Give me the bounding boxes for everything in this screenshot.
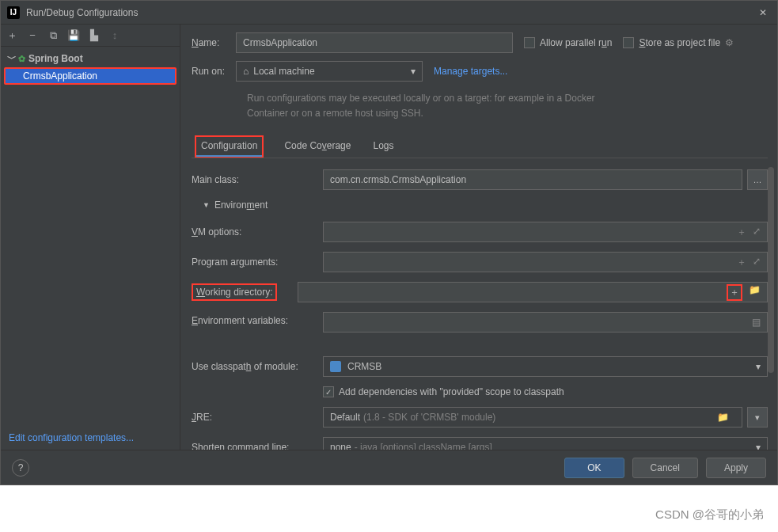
classpath-label: Use classpath of module: <box>192 361 323 372</box>
remove-icon[interactable]: − <box>26 29 39 42</box>
chevron-down-icon: ▾ <box>756 442 761 450</box>
folder-icon[interactable]: ▙ <box>88 29 101 42</box>
vm-options-input[interactable]: ＋⤢ <box>323 222 768 242</box>
plus-icon[interactable]: ＋ <box>737 226 746 239</box>
sidebar: ＋ − ⧉ 💾 ▙ ↕ ﹀ ✿ Spring Boot CrmsbApplica… <box>1 25 180 450</box>
main-panel: Name: Allow parallel run Store as projec… <box>180 25 777 450</box>
jre-dropdown-button[interactable]: ▾ <box>747 407 768 428</box>
cancel-button[interactable]: Cancel <box>632 458 698 478</box>
run-debug-config-dialog: IJ Run/Debug Configurations ✕ ＋ − ⧉ 💾 ▙ … <box>0 0 778 485</box>
store-project-checkbox[interactable]: Store as project file <box>623 37 720 48</box>
provided-checkbox[interactable]: Add dependencies with "provided" scope t… <box>323 386 564 397</box>
browse-main-class-button[interactable]: … <box>747 169 768 190</box>
vm-options-row: VM options: ＋⤢ <box>192 222 768 242</box>
checkbox-icon <box>623 37 634 48</box>
program-args-label: Program arguments: <box>192 256 323 268</box>
jre-value: Default <box>330 412 360 423</box>
jre-label: JRE: <box>192 412 323 423</box>
ok-button[interactable]: OK <box>564 458 624 478</box>
tree-item-crmsb[interactable]: CrmsbApplication <box>4 67 176 85</box>
classpath-combo[interactable]: CRMSB ▾ <box>323 356 768 377</box>
expand-icon[interactable]: ⤢ <box>753 256 761 269</box>
runon-hint: Run configurations may be executed local… <box>247 91 595 121</box>
vm-options-label: VM options: <box>192 226 323 238</box>
plus-icon[interactable]: ＋ <box>737 256 746 269</box>
manage-targets-link[interactable]: Manage targets... <box>434 66 507 77</box>
classpath-row: Use classpath of module: CRMSB ▾ <box>192 356 768 377</box>
name-input[interactable] <box>236 32 513 53</box>
working-dir-label: Working directory: <box>192 283 277 301</box>
name-field[interactable] <box>243 37 506 48</box>
save-icon[interactable]: 💾 <box>67 29 80 42</box>
runon-label: Run on: <box>192 66 236 77</box>
main-class-input[interactable]: com.cn.crmsb.CrmsbApplication <box>323 169 742 190</box>
titlebar: IJ Run/Debug Configurations ✕ <box>1 1 777 25</box>
classpath-value: CRMSB <box>347 361 381 372</box>
jre-combo[interactable]: Default (1.8 - SDK of 'CRMSB' module) 📁 <box>323 407 742 428</box>
plus-icon[interactable]: ＋ <box>727 284 742 301</box>
jre-dim: (1.8 - SDK of 'CRMSB' module) <box>363 412 495 423</box>
env-vars-input[interactable]: ▤ <box>323 312 768 332</box>
edit-templates-link[interactable]: Edit configuration templates... <box>1 426 180 450</box>
sort-icon[interactable]: ↕ <box>108 29 121 42</box>
name-label: Name: <box>192 37 236 48</box>
chevron-down-icon: ▾ <box>411 66 416 77</box>
runon-value: Local machine <box>253 66 314 77</box>
program-args-input[interactable]: ＋⤢ <box>323 252 768 272</box>
browse-folder-icon[interactable]: 📁 <box>717 412 729 423</box>
env-vars-row: Environment variables: ▤ <box>192 312 768 332</box>
help-button[interactable]: ? <box>12 459 29 477</box>
browse-folder-icon[interactable]: 📁 <box>749 284 761 301</box>
shorten-value: none <box>330 442 351 450</box>
provided-row: Add dependencies with "provided" scope t… <box>192 386 768 397</box>
scrollbar-thumb[interactable] <box>768 167 774 373</box>
window-title: Run/Debug Configurations <box>26 7 755 18</box>
store-project-label: Store as project file <box>639 37 720 48</box>
close-icon[interactable]: ✕ <box>755 5 771 21</box>
form-area: Main class: com.cn.crmsb.CrmsbApplicatio… <box>192 169 768 450</box>
environment-label: Environment <box>214 200 268 211</box>
program-args-row: Program arguments: ＋⤢ <box>192 252 768 272</box>
main-class-label: Main class: <box>192 174 323 185</box>
tab-logs[interactable]: Logs <box>371 135 395 158</box>
tab-configuration[interactable]: Configuration <box>195 135 264 158</box>
scrollbar[interactable] <box>768 72 776 442</box>
spring-boot-icon: ✿ <box>18 54 25 64</box>
shorten-label: Shorten command line: <box>192 442 323 450</box>
copy-icon[interactable]: ⧉ <box>47 29 59 42</box>
expand-icon[interactable]: ⤢ <box>753 226 761 239</box>
working-dir-row: Working directory: ＋📁 <box>192 282 768 302</box>
environment-section[interactable]: ▼ Environment <box>203 200 768 211</box>
gear-icon[interactable]: ⚙ <box>725 37 734 48</box>
config-tree: ﹀ ✿ Spring Boot CrmsbApplication <box>1 47 180 85</box>
shorten-dim: - java [options] className [args] <box>355 442 492 450</box>
env-vars-label: Environment variables: <box>192 312 323 326</box>
module-icon <box>330 361 341 372</box>
watermark: CSDN @谷哥的小弟 <box>655 507 764 522</box>
intellij-logo-icon: IJ <box>7 6 20 19</box>
chevron-down-icon: ﹀ <box>7 52 15 66</box>
allow-parallel-label: Allow parallel run <box>540 37 612 48</box>
working-dir-input[interactable]: ＋📁 <box>298 282 768 302</box>
main-class-row: Main class: com.cn.crmsb.CrmsbApplicatio… <box>192 169 768 190</box>
sidebar-toolbar: ＋ − ⧉ 💾 ▙ ↕ <box>1 25 180 47</box>
tabs: Configuration Code Coverage Logs <box>192 135 768 158</box>
tree-item-label: CrmsbApplication <box>23 70 97 82</box>
home-icon: ⌂ <box>243 66 249 77</box>
provided-label: Add dependencies with "provided" scope t… <box>339 386 564 397</box>
tree-group-spring-boot[interactable]: ﹀ ✿ Spring Boot <box>1 50 180 67</box>
allow-parallel-checkbox[interactable]: Allow parallel run <box>524 37 612 48</box>
checkbox-checked-icon <box>323 386 334 397</box>
checkbox-icon <box>524 37 535 48</box>
tab-coverage[interactable]: Code Coverage <box>283 135 352 158</box>
apply-button[interactable]: Apply <box>706 458 766 478</box>
runon-combo[interactable]: ⌂Local machine ▾ <box>236 61 423 82</box>
dialog-body: ＋ − ⧉ 💾 ▙ ↕ ﹀ ✿ Spring Boot CrmsbApplica… <box>1 25 777 450</box>
footer: ? OK Cancel Apply <box>1 450 777 484</box>
add-icon[interactable]: ＋ <box>6 29 18 42</box>
list-icon[interactable]: ▤ <box>752 317 761 328</box>
shorten-combo[interactable]: none - java [options] className [args] ▾ <box>323 437 768 450</box>
jre-row: JRE: Default (1.8 - SDK of 'CRMSB' modul… <box>192 407 768 428</box>
triangle-down-icon: ▼ <box>203 201 210 209</box>
name-row: Name: Allow parallel run Store as projec… <box>192 32 768 53</box>
